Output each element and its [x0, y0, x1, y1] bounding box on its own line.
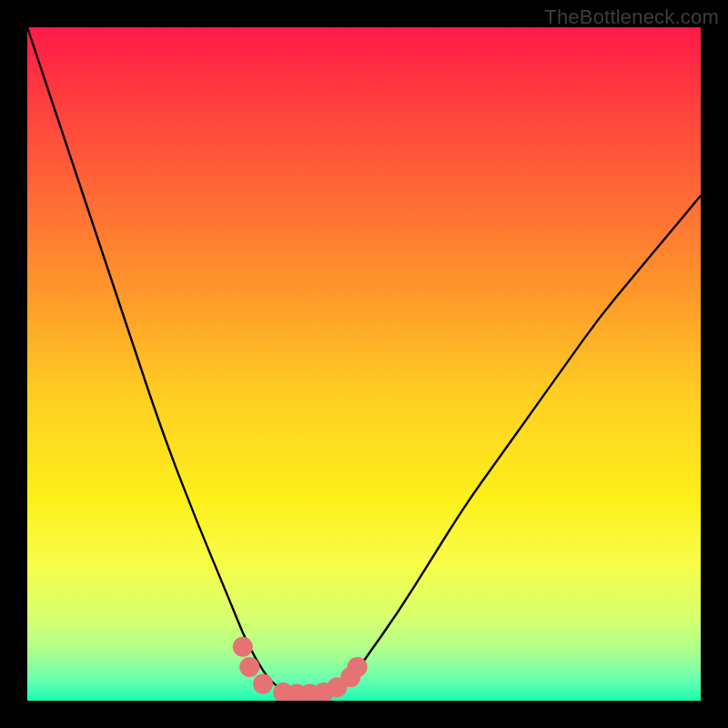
plot-area [27, 27, 701, 701]
marker-dot [233, 637, 253, 657]
curve-layer [27, 27, 701, 701]
marker-group [233, 637, 368, 701]
marker-dot [348, 657, 368, 677]
bottleneck-curve-path [27, 27, 701, 694]
marker-dot [253, 674, 273, 694]
chart-frame: TheBottleneck.com [0, 0, 728, 728]
marker-dot [239, 657, 259, 677]
watermark-label: TheBottleneck.com [544, 5, 719, 29]
